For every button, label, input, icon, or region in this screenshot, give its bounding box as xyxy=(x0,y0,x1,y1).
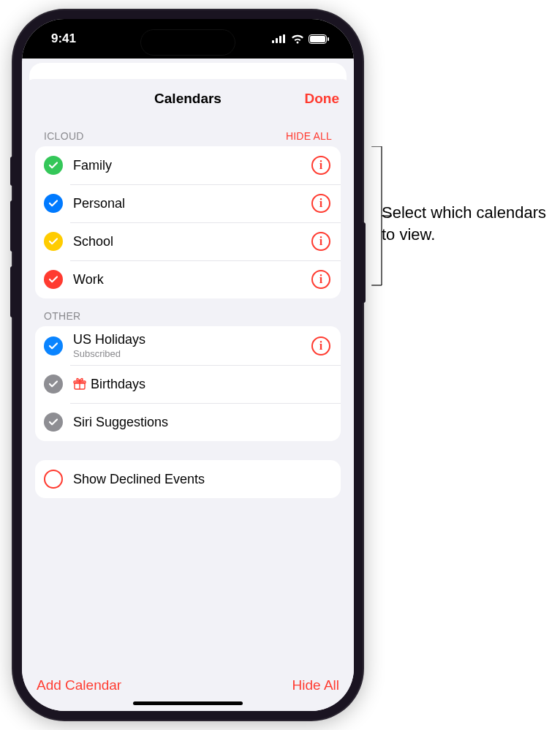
section-header-icloud: ICLOUD HIDE ALL xyxy=(35,118,341,146)
checkmark-icon xyxy=(44,336,63,355)
row-label: Show Declined Events xyxy=(73,472,330,487)
icloud-group: Family i Personal i Scho xyxy=(35,146,341,298)
section-label: ICLOUD xyxy=(44,130,84,142)
show-declined-row[interactable]: Show Declined Events xyxy=(35,460,341,498)
home-indicator xyxy=(133,701,243,705)
done-button[interactable]: Done xyxy=(305,79,340,118)
side-button xyxy=(361,222,366,303)
calendar-name: US Holidays xyxy=(73,332,311,347)
status-bar: 9:41 xyxy=(22,19,354,59)
screen: 9:41 Calendars Done ICLOUD HIDE ALL xyxy=(22,19,354,711)
status-indicators xyxy=(272,34,329,44)
add-calendar-button[interactable]: Add Calendar xyxy=(37,677,121,693)
info-button[interactable]: i xyxy=(311,232,330,251)
checkmark-icon xyxy=(44,232,63,251)
calendar-name: Siri Suggestions xyxy=(73,415,330,430)
hide-all-button[interactable]: Hide All xyxy=(292,677,339,693)
calendar-name: School xyxy=(73,234,311,249)
sheet-content: ICLOUD HIDE ALL Family i xyxy=(22,118,354,667)
callout: Select which calendars to view. xyxy=(371,146,393,293)
radio-unchecked-icon xyxy=(44,470,63,489)
calendars-sheet: Calendars Done ICLOUD HIDE ALL Family i xyxy=(22,79,354,711)
svg-rect-0 xyxy=(272,40,274,43)
status-time: 9:41 xyxy=(51,31,76,46)
declined-group: Show Declined Events xyxy=(35,460,341,498)
battery-icon xyxy=(309,34,329,44)
svg-rect-1 xyxy=(276,38,278,43)
volume-up-button xyxy=(10,200,15,252)
svg-rect-5 xyxy=(310,36,325,42)
checkmark-icon xyxy=(44,413,63,432)
sheet-header: Calendars Done xyxy=(22,79,354,118)
dynamic-island xyxy=(140,29,235,56)
checkmark-icon xyxy=(44,194,63,213)
wifi-icon xyxy=(291,34,304,44)
info-button[interactable]: i xyxy=(311,156,330,175)
info-button[interactable]: i xyxy=(311,336,330,355)
calendar-row-family[interactable]: Family i xyxy=(35,146,341,184)
svg-rect-3 xyxy=(283,34,285,43)
calendar-row-siri-suggestions[interactable]: Siri Suggestions xyxy=(35,403,341,441)
svg-rect-2 xyxy=(279,36,281,43)
checkmark-icon xyxy=(44,375,63,394)
callout-text: Select which calendars to view. xyxy=(382,202,550,245)
calendar-row-us-holidays[interactable]: US Holidays Subscribed i xyxy=(35,326,341,365)
info-button[interactable]: i xyxy=(311,270,330,289)
ringer-switch xyxy=(10,157,15,186)
checkmark-icon xyxy=(44,156,63,175)
gift-icon xyxy=(73,377,86,391)
volume-down-button xyxy=(10,266,15,317)
calendar-name: Birthdays xyxy=(91,377,145,392)
checkmark-icon xyxy=(44,270,63,289)
calendar-name: Personal xyxy=(73,196,311,211)
calendar-name: Family xyxy=(73,158,311,173)
calendar-row-work[interactable]: Work i xyxy=(35,260,341,298)
svg-rect-6 xyxy=(328,37,329,41)
calendar-row-birthdays[interactable]: Birthdays xyxy=(35,365,341,403)
other-group: US Holidays Subscribed i Birthdays xyxy=(35,326,341,441)
section-header-other: OTHER xyxy=(35,298,341,326)
sheet-title: Calendars xyxy=(154,91,222,107)
calendar-name: Work xyxy=(73,272,311,287)
phone-frame: 9:41 Calendars Done ICLOUD HIDE ALL xyxy=(13,10,363,720)
calendar-subtitle: Subscribed xyxy=(73,348,311,359)
info-button[interactable]: i xyxy=(311,194,330,213)
calendar-row-personal[interactable]: Personal i xyxy=(35,184,341,222)
cellular-icon xyxy=(272,34,287,43)
section-label: OTHER xyxy=(44,310,81,322)
calendar-row-school[interactable]: School i xyxy=(35,222,341,260)
hide-all-icloud-button[interactable]: HIDE ALL xyxy=(286,130,332,142)
